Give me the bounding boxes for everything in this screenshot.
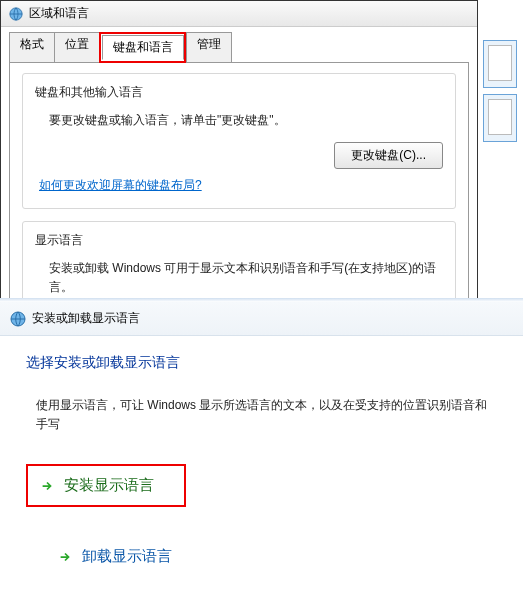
tab-format[interactable]: 格式 <box>9 32 55 63</box>
thumbnail[interactable] <box>483 40 517 88</box>
wizard-title: 选择安装或卸载显示语言 <box>26 354 497 372</box>
wizard-header-title: 安装或卸载显示语言 <box>32 310 140 327</box>
keyboard-layout-help-link[interactable]: 如何更改欢迎屏幕的键盘布局? <box>39 177 202 194</box>
tab-strip: 格式 位置 键盘和语言 管理 <box>9 32 469 63</box>
change-keyboard-button[interactable]: 更改键盘(C)... <box>334 142 443 169</box>
group-display-desc: 安装或卸载 Windows 可用于显示文本和识别语音和手写(在支持地区)的语言。 <box>49 259 443 297</box>
install-uninstall-wizard: 安装或卸载显示语言 选择安装或卸载显示语言 使用显示语言，可让 Windows … <box>0 298 523 616</box>
tab-keyboard-language[interactable]: 键盘和语言 <box>102 35 184 60</box>
globe-icon <box>9 7 23 21</box>
thumbnail[interactable] <box>483 94 517 142</box>
group-keyboard: 键盘和其他输入语言 要更改键盘或输入语言，请单击"更改键盘"。 更改键盘(C).… <box>22 73 456 209</box>
tab-admin[interactable]: 管理 <box>186 32 232 63</box>
group-keyboard-desc: 要更改键盘或输入语言，请单击"更改键盘"。 <box>49 111 443 130</box>
tab-location[interactable]: 位置 <box>54 32 100 63</box>
wizard-header: 安装或卸载显示语言 <box>0 302 523 336</box>
highlight-tab-keyboard: 键盘和语言 <box>99 32 186 63</box>
globe-icon <box>10 311 26 327</box>
titlebar: 区域和语言 <box>1 1 477 27</box>
arrow-right-icon <box>58 550 72 564</box>
option-install-label: 安装显示语言 <box>64 476 154 495</box>
wizard-desc: 使用显示语言，可让 Windows 显示所选语言的文本，以及在受支持的位置识别语… <box>26 396 497 434</box>
highlight-install-option: 安装显示语言 <box>26 464 186 507</box>
dialog-title: 区域和语言 <box>29 5 89 22</box>
option-install-language[interactable]: 安装显示语言 <box>28 466 166 505</box>
arrow-right-icon <box>40 479 54 493</box>
option-uninstall-label: 卸载显示语言 <box>82 547 172 566</box>
group-display-title: 显示语言 <box>35 232 443 249</box>
side-thumbnails <box>483 40 521 148</box>
group-keyboard-title: 键盘和其他输入语言 <box>35 84 443 101</box>
option-uninstall-language[interactable]: 卸载显示语言 <box>46 537 497 576</box>
